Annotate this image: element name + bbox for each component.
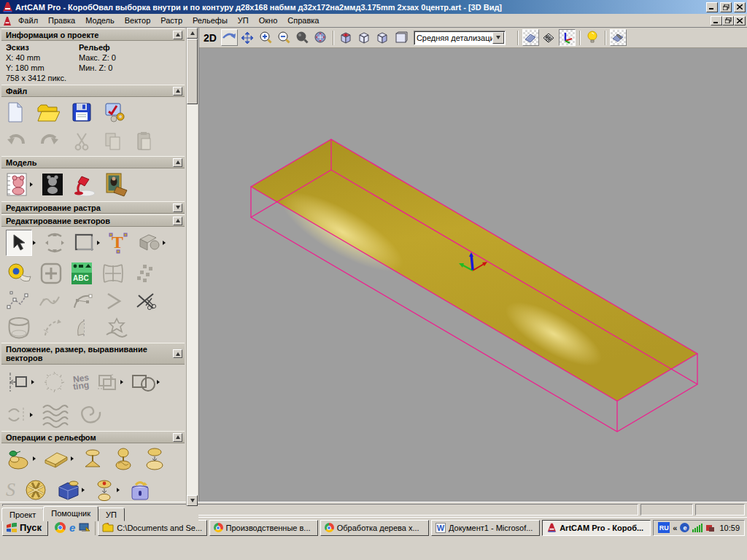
3d-view-canvas[interactable] — [199, 48, 747, 502]
relief-block-flyout[interactable] — [71, 456, 74, 461]
tab-assistant[interactable]: Помощник — [43, 506, 98, 521]
relief-fountain-icon[interactable] — [80, 446, 105, 471]
create-polyline-tool[interactable] — [6, 291, 29, 311]
create-rectangle-tool[interactable] — [73, 232, 96, 254]
menu-help[interactable]: Справка — [282, 15, 324, 26]
menu-model[interactable]: Модель — [80, 15, 119, 26]
create-text-tool[interactable]: T — [107, 230, 131, 255]
relief-load-icon[interactable] — [56, 478, 81, 502]
panel-scroll-up-button[interactable] — [187, 28, 198, 39]
relief-block-icon[interactable] — [42, 448, 70, 469]
draw-material-checker-button[interactable] — [541, 29, 557, 46]
shape-tool-flyout[interactable] — [97, 241, 100, 245]
collapse-file-button[interactable] — [173, 87, 182, 96]
mirror-vectors-tool[interactable] — [6, 405, 29, 425]
tab-project[interactable]: Проект — [1, 508, 44, 521]
cut-icon[interactable] — [73, 132, 90, 151]
network-signal-icon[interactable] — [692, 524, 703, 532]
task-chrome-1[interactable]: Производственные в... — [209, 520, 318, 536]
task-word[interactable]: W Документ1 - Microsof... — [431, 520, 540, 536]
extrude-tool[interactable] — [6, 316, 32, 341]
draw-material-plane-button[interactable] — [522, 29, 539, 46]
relief-paste-icon[interactable] — [93, 478, 116, 502]
transform-vectors-tool[interactable] — [42, 230, 67, 255]
measure-tool[interactable] — [6, 262, 32, 285]
vector-doctor-tool[interactable] — [137, 232, 162, 254]
text-on-curve-tool[interactable] — [41, 369, 67, 395]
zoom-in-button[interactable] — [258, 29, 274, 46]
tray-expand-chevron[interactable]: « — [673, 524, 677, 532]
menu-vector[interactable]: Вектор — [120, 15, 156, 26]
minimize-button[interactable] — [706, 2, 718, 12]
isometric-view-button[interactable] — [338, 29, 355, 46]
mirror-half-tool[interactable] — [73, 316, 95, 340]
zoom-fit-button[interactable] — [312, 29, 329, 46]
detail-level-select[interactable]: Средняя детализация — [414, 31, 506, 45]
undo-icon[interactable] — [6, 133, 26, 149]
sculpt-tool[interactable]: S — [6, 479, 15, 501]
nesting-tool[interactable]: Nes ting — [73, 375, 89, 389]
pan-view-button[interactable] — [239, 29, 256, 46]
expand-raster-edit-button[interactable] — [173, 203, 182, 212]
collapse-model-button[interactable] — [173, 158, 182, 167]
snap-grid-tool[interactable] — [39, 262, 63, 285]
chrome-quicklaunch-icon[interactable] — [55, 522, 66, 533]
invert-model-icon[interactable] — [41, 172, 64, 197]
menu-edit[interactable]: Правка — [43, 15, 80, 26]
select-vectors-tool[interactable] — [6, 230, 32, 256]
language-indicator[interactable]: RU — [658, 522, 670, 533]
block-copy-flyout[interactable] — [120, 380, 123, 384]
lighting-toggle-button[interactable] — [584, 29, 601, 46]
restore-button[interactable] — [720, 2, 732, 12]
relief-dome-icon[interactable] — [111, 446, 136, 471]
select-tool-flyout[interactable] — [33, 241, 36, 245]
copy-icon[interactable] — [104, 131, 123, 152]
weld-vectors-tool[interactable] — [130, 371, 156, 393]
vector-texture-tool[interactable] — [104, 316, 130, 341]
vector-wave-distort-tool[interactable] — [41, 402, 70, 428]
task-explorer[interactable]: C:\Documents and Se... — [98, 520, 206, 536]
child-minimize-button[interactable] — [711, 16, 722, 26]
vector-doctor-flyout[interactable] — [163, 241, 166, 245]
view-along-y-button[interactable] — [374, 29, 391, 46]
fillet-corner-tool[interactable] — [104, 291, 125, 311]
detail-dropdown-arrow[interactable] — [492, 32, 504, 44]
zoom-window-button[interactable] — [294, 29, 311, 46]
model-size-flyout[interactable] — [30, 182, 33, 187]
draw-origin-button[interactable] — [559, 29, 576, 46]
ie-quicklaunch-icon[interactable]: e — [69, 521, 75, 534]
menu-file[interactable]: Файл — [13, 15, 43, 26]
spiral-tool[interactable] — [77, 402, 102, 427]
set-model-size-icon[interactable] — [6, 172, 29, 197]
view-along-x-button[interactable] — [356, 29, 373, 46]
task-artcam[interactable]: ArtCAM Pro - Короб... — [542, 520, 651, 536]
group-objects-tool[interactable] — [133, 262, 156, 285]
relief-weave-icon[interactable] — [23, 477, 49, 503]
panel-scrollbar[interactable] — [186, 28, 198, 506]
block-copy-rotate-tool[interactable] — [95, 371, 120, 393]
menu-reliefs[interactable]: Рельефы — [187, 15, 233, 26]
align-vectors-tool[interactable] — [6, 371, 31, 393]
paste-text-block-tool[interactable]: ABC — [70, 261, 93, 286]
tab-toolpaths[interactable]: УП — [98, 508, 125, 521]
redo-icon[interactable] — [39, 133, 60, 149]
collapse-position-button[interactable] — [173, 349, 182, 358]
menu-toolpaths[interactable]: УП — [233, 15, 254, 26]
collapse-relief-ops-button[interactable] — [173, 433, 182, 442]
edit-nodes-tool[interactable] — [70, 290, 95, 312]
collapse-vector-edit-button[interactable] — [173, 217, 182, 225]
new-model-icon[interactable] — [6, 101, 25, 123]
rotate-view-button[interactable] — [221, 29, 238, 46]
task-chrome-2[interactable]: Обработка дерева х... — [320, 520, 429, 536]
view-along-z-button[interactable] — [392, 29, 409, 46]
relief-from-vectors-flyout[interactable] — [33, 456, 36, 461]
child-restore-button[interactable] — [722, 16, 734, 26]
msn-tray-icon[interactable]: e — [680, 523, 689, 532]
draw-relief-button[interactable] — [610, 29, 627, 46]
menu-raster[interactable]: Растр — [155, 15, 187, 26]
open-model-icon[interactable] — [36, 102, 60, 122]
relief-load-flyout[interactable] — [82, 488, 85, 492]
close-button[interactable] — [734, 2, 746, 12]
panel-scroll-thumb[interactable] — [187, 39, 198, 104]
collapse-project-info-button[interactable] — [173, 31, 182, 39]
